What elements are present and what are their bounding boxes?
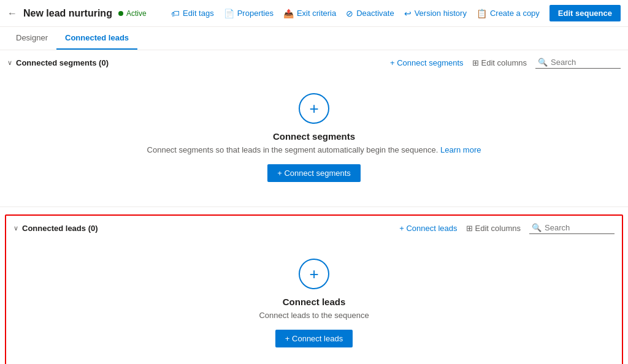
leads-empty-desc: Connect leads to the sequence (259, 311, 369, 320)
version-history-action[interactable]: ↩ Version history (404, 9, 467, 18)
create-copy-label: Create a copy (490, 9, 540, 18)
leads-search-box[interactable]: 🔍 (529, 222, 615, 234)
connect-segments-header-btn[interactable]: + Connect segments (390, 58, 464, 67)
leads-section-header: ∨ Connected leads (0) + Connect leads ⊞ … (6, 216, 622, 240)
segments-search-input[interactable] (551, 58, 618, 67)
segments-edit-columns-btn[interactable]: ⊞ Edit columns (472, 58, 527, 67)
leads-circle-plus-icon: + (299, 259, 329, 289)
back-icon[interactable]: ← (7, 8, 17, 19)
connected-leads-section: ∨ Connected leads (0) + Connect leads ⊞ … (6, 216, 622, 364)
page-title: New lead nurturing (23, 8, 112, 19)
leads-edit-columns-icon: ⊞ (466, 224, 473, 233)
edit-tags-icon: 🏷 (171, 9, 180, 18)
edit-tags-action[interactable]: 🏷 Edit tags (171, 9, 214, 18)
leads-header-left: ∨ Connected leads (0) (13, 224, 98, 233)
segments-empty-desc: Connect segments so that leads in the se… (147, 145, 481, 154)
deactivate-action[interactable]: ⊘ Deactivate (346, 9, 394, 18)
segments-edit-columns-label: Edit columns (481, 58, 527, 67)
version-history-label: Version history (415, 9, 467, 18)
segments-header-right: + Connect segments ⊞ Edit columns 🔍 (390, 56, 621, 69)
top-bar-left: ← New lead nurturing Active (7, 8, 147, 19)
create-copy-icon: 📋 (477, 9, 487, 18)
edit-tags-label: Edit tags (183, 9, 214, 18)
segments-empty-title: Connect segments (273, 131, 355, 142)
properties-action[interactable]: 📄 Properties (224, 9, 274, 18)
connect-leads-header-btn[interactable]: + Connect leads (399, 224, 457, 233)
segments-section-title: Connected segments (0) (16, 58, 109, 67)
leads-edit-columns-btn[interactable]: ⊞ Edit columns (466, 224, 521, 233)
top-bar-right: 🏷 Edit tags 📄 Properties 📤 Exit criteria… (171, 5, 621, 21)
segments-circle-plus-icon: + (299, 93, 329, 124)
segments-section-header: ∨ Connected segments (0) + Connect segme… (0, 50, 628, 75)
leads-section-title: Connected leads (0) (22, 224, 98, 233)
tab-designer[interactable]: Designer (7, 27, 56, 50)
deactivate-label: Deactivate (356, 9, 394, 18)
leads-empty-title: Connect leads (283, 297, 346, 307)
connect-segments-btn[interactable]: + Connect segments (267, 164, 361, 182)
edit-columns-icon: ⊞ (472, 58, 479, 67)
connected-segments-section: ∨ Connected segments (0) + Connect segme… (0, 50, 628, 207)
leads-search-input[interactable] (545, 223, 612, 232)
tabs-bar: Designer Connected leads (0, 27, 628, 50)
exit-criteria-label: Exit criteria (297, 9, 336, 18)
leads-header-right: + Connect leads ⊞ Edit columns 🔍 (399, 222, 615, 234)
exit-criteria-icon: 📤 (283, 9, 294, 18)
segments-search-icon: 🔍 (538, 58, 548, 67)
tab-connected-leads[interactable]: Connected leads (56, 27, 137, 50)
top-bar: ← New lead nurturing Active 🏷 Edit tags … (0, 0, 628, 27)
segments-chevron-icon[interactable]: ∨ (7, 59, 12, 67)
connected-leads-outlined-container: ∨ Connected leads (0) + Connect leads ⊞ … (5, 214, 623, 364)
leads-edit-columns-label: Edit columns (475, 224, 521, 233)
main-content: ∨ Connected segments (0) + Connect segme… (0, 50, 628, 364)
leads-chevron-icon[interactable]: ∨ (13, 224, 18, 232)
properties-label: Properties (237, 9, 274, 18)
create-copy-action[interactable]: 📋 Create a copy (477, 9, 540, 18)
edit-sequence-button[interactable]: Edit sequence (550, 5, 621, 21)
segments-empty-state: + Connect segments Connect segments so t… (0, 75, 628, 207)
deactivate-icon: ⊘ (346, 9, 353, 18)
segments-search-box[interactable]: 🔍 (535, 56, 621, 69)
connect-leads-btn[interactable]: + Connect leads (275, 330, 353, 347)
status-dot (118, 11, 123, 16)
leads-search-icon: 🔍 (532, 223, 542, 232)
segments-header-left: ∨ Connected segments (0) (7, 58, 109, 67)
leads-empty-state: + Connect leads Connect leads to the seq… (6, 240, 622, 364)
segments-learn-more-link[interactable]: Learn more (440, 145, 481, 154)
properties-icon: 📄 (224, 9, 234, 18)
exit-criteria-action[interactable]: 📤 Exit criteria (283, 9, 336, 18)
version-history-icon: ↩ (404, 9, 412, 18)
status-label: Active (126, 9, 147, 18)
status-badge: Active (118, 9, 147, 18)
